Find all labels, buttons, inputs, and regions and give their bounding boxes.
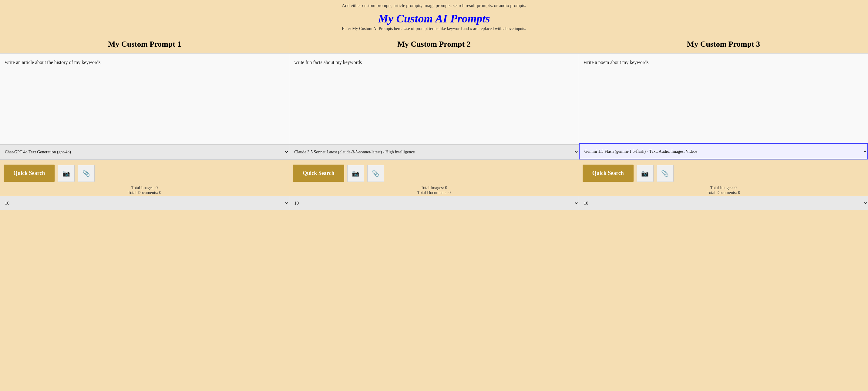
stats-row-3: Total Images: 0Total Documents: 0 — [579, 184, 868, 196]
camera-button-2[interactable]: 📷 — [347, 165, 364, 182]
total-documents-label-3: Total Documents: 0 — [579, 190, 868, 195]
prompt-textarea-1[interactable] — [0, 54, 289, 141]
sub-description: Enter My Custom AI Prompts here. Use of … — [0, 26, 868, 35]
count-select-2[interactable]: 51015202530 — [289, 196, 578, 210]
column-2: My Custom Prompt 2Chat-GPT 4o Text Gener… — [289, 35, 579, 210]
prompt-textarea-3[interactable] — [579, 54, 868, 141]
columns-container: My Custom Prompt 1Chat-GPT 4o Text Gener… — [0, 35, 868, 210]
paperclip-button-3[interactable]: 📎 — [657, 165, 674, 182]
page-wrapper: Add either custom prompts, article promp… — [0, 0, 868, 210]
model-select-wrapper-3: Chat-GPT 4o Text Generation (gpt-4o)Clau… — [579, 143, 868, 160]
prompt-textarea-wrapper-3 — [579, 53, 868, 143]
top-description: Add either custom prompts, article promp… — [0, 0, 868, 9]
total-documents-label-2: Total Documents: 0 — [289, 190, 578, 195]
total-documents-label-1: Total Documents: 0 — [0, 190, 289, 195]
count-select-wrapper-2: 51015202530 — [289, 196, 578, 210]
stats-row-2: Total Images: 0Total Documents: 0 — [289, 184, 578, 196]
actions-row-3: Quick Search📷📎 — [579, 160, 868, 184]
model-select-wrapper-2: Chat-GPT 4o Text Generation (gpt-4o)Clau… — [289, 144, 578, 160]
actions-row-2: Quick Search📷📎 — [289, 160, 578, 184]
total-images-label-2: Total Images: 0 — [289, 186, 578, 190]
camera-button-1[interactable]: 📷 — [58, 165, 74, 182]
count-select-1[interactable]: 51015202530 — [0, 196, 289, 210]
prompt-textarea-2[interactable] — [289, 54, 578, 141]
prompt-textarea-wrapper-1 — [0, 53, 289, 144]
column-header-3: My Custom Prompt 3 — [579, 35, 868, 53]
total-images-label-1: Total Images: 0 — [0, 186, 289, 190]
stats-row-1: Total Images: 0Total Documents: 0 — [0, 184, 289, 196]
total-images-label-3: Total Images: 0 — [579, 186, 868, 190]
model-select-1[interactable]: Chat-GPT 4o Text Generation (gpt-4o)Clau… — [0, 144, 289, 159]
main-title: My Custom AI Prompts — [0, 9, 868, 26]
column-header-2: My Custom Prompt 2 — [289, 35, 578, 53]
model-select-3[interactable]: Chat-GPT 4o Text Generation (gpt-4o)Clau… — [579, 143, 868, 159]
column-header-1: My Custom Prompt 1 — [0, 35, 289, 53]
column-1: My Custom Prompt 1Chat-GPT 4o Text Gener… — [0, 35, 289, 210]
actions-row-1: Quick Search📷📎 — [0, 160, 289, 184]
model-select-wrapper-1: Chat-GPT 4o Text Generation (gpt-4o)Clau… — [0, 144, 289, 160]
column-3: My Custom Prompt 3Chat-GPT 4o Text Gener… — [579, 35, 868, 210]
paperclip-button-2[interactable]: 📎 — [367, 165, 384, 182]
paperclip-button-1[interactable]: 📎 — [78, 165, 95, 182]
count-select-wrapper-3: 51015202530 — [579, 196, 868, 210]
model-select-2[interactable]: Chat-GPT 4o Text Generation (gpt-4o)Clau… — [289, 144, 578, 159]
count-select-3[interactable]: 51015202530 — [579, 196, 868, 210]
quick-search-button-3[interactable]: Quick Search — [583, 165, 633, 182]
prompt-textarea-wrapper-2 — [289, 53, 578, 144]
quick-search-button-2[interactable]: Quick Search — [293, 165, 344, 182]
quick-search-button-1[interactable]: Quick Search — [4, 165, 55, 182]
camera-button-3[interactable]: 📷 — [637, 165, 654, 182]
count-select-wrapper-1: 51015202530 — [0, 196, 289, 210]
